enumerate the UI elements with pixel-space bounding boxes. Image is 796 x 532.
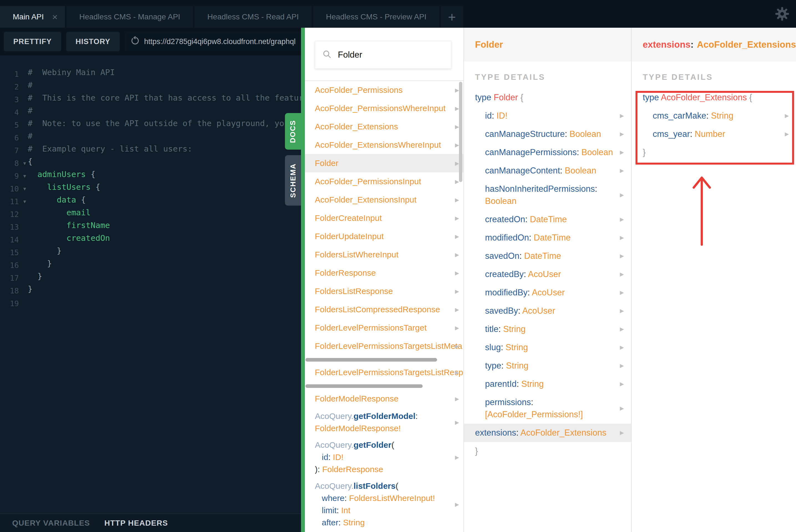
chevron-right-icon: ▶ — [455, 142, 459, 148]
docs-list-item[interactable]: AcoQuery.getFolderModel:FolderModelRespo… — [305, 408, 463, 437]
chevron-right-icon: ▶ — [455, 325, 459, 331]
code-line: email — [28, 208, 301, 221]
docs-list-item[interactable]: AcoFolder_PermissionsWhereInput▶ — [305, 99, 463, 117]
line-number: 11 — [10, 197, 19, 206]
chevron-right-icon: ▶ — [620, 146, 624, 158]
type-field-row[interactable]: modifiedOn: DateTime▶ — [485, 229, 614, 247]
chevron-right-icon: ▶ — [620, 232, 624, 244]
code-line: # This is the core API that has access t… — [28, 93, 301, 106]
type-field-row[interactable]: id: ID!▶ — [485, 107, 614, 125]
http-headers-tab[interactable]: HTTP HEADERS — [105, 519, 168, 528]
docs-list-item[interactable]: AcoFolder_Permissions▶ — [305, 81, 463, 99]
extensions-type-details: type AcoFolder_Extensions {cms_carMake: … — [632, 89, 796, 162]
docs-list-item[interactable]: FolderLevelPermissionsTargetsListRespo▶ — [305, 363, 463, 382]
code-line: } — [28, 259, 301, 271]
docs-search[interactable] — [315, 41, 451, 69]
line-number: 8 — [14, 159, 19, 168]
docs-list-item[interactable]: FoldersListCompressedResponse▶ — [305, 300, 463, 319]
tab-headless-cms-manage-api[interactable]: Headless CMS - Manage API — [67, 6, 193, 28]
fold-arrow-icon[interactable]: ▾ — [19, 160, 26, 167]
chevron-right-icon: ▶ — [620, 341, 624, 354]
history-button[interactable]: HISTORY — [66, 32, 120, 51]
horizontal-scrollbar[interactable] — [305, 384, 423, 388]
type-details-heading: TYPE DETAILS — [475, 73, 620, 82]
docs-list-item[interactable]: FolderCreateInput▶ — [305, 209, 463, 227]
fold-arrow-icon[interactable]: ▾ — [19, 173, 26, 179]
chevron-right-icon: ▶ — [455, 343, 459, 349]
docs-list-item[interactable]: FoldersListResponse▶ — [305, 282, 463, 300]
folder-type-panel: Folder TYPE DETAILS type Folder {id: ID!… — [463, 28, 631, 532]
reload-icon[interactable] — [130, 36, 140, 47]
tab-label: Headless CMS - Preview API — [326, 13, 427, 21]
docs-search-area — [305, 28, 463, 81]
type-field-row[interactable]: createdOn: DateTime▶ — [485, 210, 614, 229]
type-field-row[interactable]: parentId: String▶ — [485, 375, 614, 393]
folder-panel-header: Folder — [464, 28, 631, 61]
type-field-row[interactable]: slug: String▶ — [485, 338, 614, 357]
docs-list-item[interactable]: AcoQuery.listFolders( where: FoldersList… — [305, 478, 463, 531]
docs-tab[interactable]: DOCS — [285, 113, 301, 150]
type-declaration: type AcoFolder_Extensions { — [643, 89, 779, 107]
type-field-row[interactable]: hasNonInheritedPermissions: Boolean▶ — [485, 180, 614, 210]
fold-arrow-icon[interactable]: ▾ — [19, 198, 26, 205]
type-field-row[interactable]: permissions: [AcoFolder_Permissions!]▶ — [485, 393, 614, 424]
line-number: 10 — [10, 185, 19, 193]
code-line: data { — [28, 195, 301, 208]
type-field-row[interactable]: extensions: AcoFolder_Extensions▶ — [463, 424, 631, 442]
type-field-row[interactable]: cms_year: Number▶ — [653, 125, 779, 143]
tab-main-api[interactable]: Main API× — [0, 6, 65, 28]
annotation-arrow-up — [689, 173, 714, 248]
close-tab-icon[interactable]: × — [52, 12, 58, 22]
docs-list-item[interactable]: FolderUpdateInput▶ — [305, 227, 463, 246]
docs-list-item[interactable]: AcoFolder_Extensions▶ — [305, 117, 463, 136]
chevron-right-icon: ▶ — [785, 128, 789, 140]
chevron-right-icon: ▶ — [455, 87, 459, 93]
tab-headless-cms-preview-api[interactable]: Headless CMS - Preview API — [313, 6, 439, 28]
docs-list-item[interactable]: AcoQuery.getFolder( id: ID!): FolderResp… — [305, 437, 463, 478]
type-closing-brace: } — [643, 143, 779, 162]
line-number: 14 — [10, 235, 19, 244]
code-line: # — [28, 131, 301, 144]
docs-vertical-scrollbar[interactable] — [459, 82, 462, 182]
docs-list-item[interactable]: FolderModelResponse▶ — [305, 390, 463, 408]
editor-code[interactable]: # Webiny Main API## This is the core API… — [28, 68, 301, 513]
chevron-right-icon: ▶ — [455, 306, 459, 313]
line-number: 12 — [10, 210, 19, 218]
docs-list-item[interactable]: FolderResponse▶ — [305, 264, 463, 282]
type-field-row[interactable]: title: String▶ — [485, 320, 614, 338]
type-field-row[interactable]: savedOn: DateTime▶ — [485, 247, 614, 265]
docs-list-item[interactable]: FolderLevelPermissionsTargetsListMeta▶ — [305, 337, 463, 355]
schema-tab[interactable]: SCHEMA — [285, 155, 301, 206]
editor-bottom-bar: QUERY VARIABLES HTTP HEADERS — [0, 513, 301, 532]
query-variables-tab[interactable]: QUERY VARIABLES — [12, 519, 90, 528]
type-field-row[interactable]: cms_carMake: String▶ — [653, 107, 779, 125]
settings-gear-icon[interactable] — [774, 6, 790, 23]
docs-list-item[interactable]: AcoFolder_PermissionsInput▶ — [305, 172, 463, 191]
horizontal-scrollbar[interactable] — [305, 358, 437, 362]
type-field-row[interactable]: type: String▶ — [485, 357, 614, 375]
docs-list-item[interactable]: Folder▶ — [305, 154, 463, 172]
type-field-row[interactable]: canManagePermissions: Boolean▶ — [485, 143, 614, 162]
chevron-right-icon: ▶ — [455, 233, 459, 240]
type-field-row[interactable]: savedBy: AcoUser▶ — [485, 302, 614, 320]
chevron-right-icon: ▶ — [620, 286, 624, 299]
docs-list-item[interactable]: FoldersListWhereInput▶ — [305, 246, 463, 264]
docs-search-input[interactable] — [338, 50, 444, 60]
type-field-row[interactable]: canManageContent: Boolean▶ — [485, 162, 614, 180]
docs-list-item[interactable]: AcoFolder_ExtensionsInput▶ — [305, 191, 463, 209]
line-number: 2 — [14, 82, 19, 91]
prettify-button[interactable]: PRETTIFY — [4, 32, 61, 51]
fold-arrow-icon[interactable]: ▾ — [19, 185, 26, 192]
docs-panel-divider[interactable] — [301, 28, 305, 532]
docs-list-item[interactable]: FolderLevelPermissionsTarget▶ — [305, 319, 463, 337]
new-tab-button[interactable]: + — [441, 6, 463, 28]
endpoint-url-field[interactable]: https://d2785gi4qi6pw8.cloudfront.net/gr… — [125, 32, 301, 51]
tab-bar: Main API×Headless CMS - Manage APIHeadle… — [0, 6, 463, 28]
tab-headless-cms-read-api[interactable]: Headless CMS - Read API — [194, 6, 311, 28]
type-field-row[interactable]: modifiedBy: AcoUser▶ — [485, 283, 614, 302]
type-field-row[interactable]: canManageStructure: Boolean▶ — [485, 125, 614, 143]
line-number: 19 — [10, 299, 19, 308]
type-field-row[interactable]: createdBy: AcoUser▶ — [485, 265, 614, 283]
docs-list-item[interactable]: AcoFolder_ExtensionsWhereInput▶ — [305, 136, 463, 154]
query-editor[interactable]: 12345678▾9▾10▾11▾1213141516171819 # Webi… — [0, 55, 301, 513]
